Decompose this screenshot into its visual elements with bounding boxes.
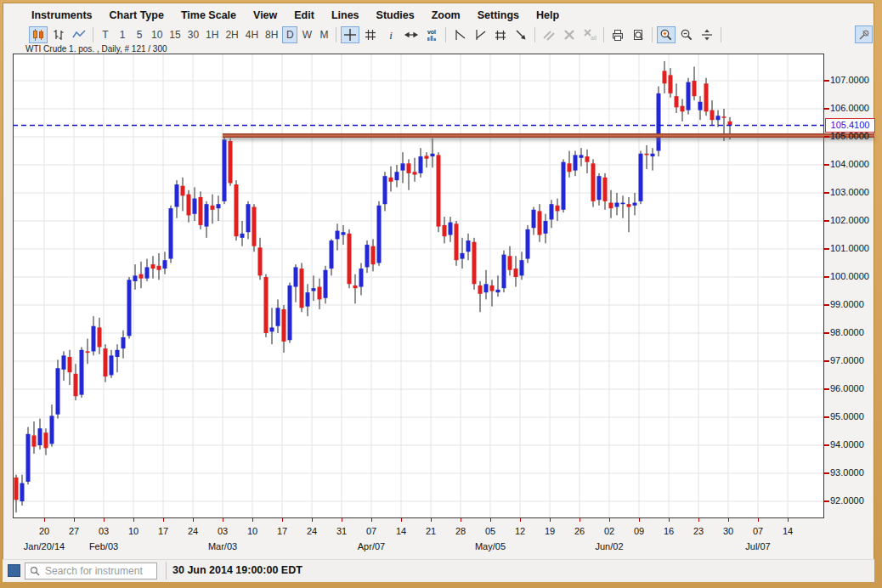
- x-axis-tick: [282, 518, 283, 522]
- candle-up: [20, 483, 25, 501]
- horizontal-scroll-button[interactable]: [402, 26, 421, 43]
- candle-down: [568, 163, 572, 172]
- y-axis-tick: [824, 472, 829, 474]
- timeframe-weekly-button[interactable]: W: [299, 26, 314, 43]
- x-axis-tick: [193, 518, 194, 522]
- candlestick-chart-button[interactable]: [29, 26, 48, 43]
- candlestick-icon: [31, 28, 45, 42]
- pin-panel-button[interactable]: [855, 25, 873, 43]
- timeframe-15-button[interactable]: 15: [167, 26, 183, 43]
- delete-line-button[interactable]: [560, 26, 579, 43]
- chart-plot-area[interactable]: [13, 54, 824, 518]
- candle-down: [591, 163, 596, 201]
- candle-up: [401, 163, 405, 170]
- candle-down: [722, 116, 727, 118]
- candle-down: [235, 184, 239, 236]
- candle-up: [383, 176, 387, 204]
- print-preview-button[interactable]: [629, 26, 647, 43]
- menu-settings[interactable]: Settings: [469, 6, 528, 25]
- timeframe-2h-button[interactable]: 2H: [223, 26, 240, 43]
- x-axis-tick: [698, 518, 699, 522]
- menu-view[interactable]: View: [245, 6, 286, 25]
- timeframe-30-button[interactable]: 30: [185, 26, 201, 43]
- fit-vertical-button[interactable]: [698, 26, 716, 43]
- info-button[interactable]: i: [382, 26, 400, 43]
- candle-down: [74, 374, 78, 396]
- menu-time-scale[interactable]: Time Scale: [172, 6, 245, 25]
- parallel-line-button[interactable]: [540, 26, 558, 43]
- candle-down: [104, 348, 108, 376]
- menu-studies[interactable]: Studies: [368, 6, 423, 25]
- search-box[interactable]: [25, 563, 157, 580]
- timeframe-tick-button[interactable]: T: [98, 26, 113, 43]
- grid-toggle-button[interactable]: [361, 26, 380, 43]
- x-axis-month-label: May/05: [460, 541, 521, 551]
- deleteline-icon: [563, 28, 576, 42]
- line-chart-button[interactable]: [70, 26, 88, 43]
- print-button[interactable]: [608, 26, 627, 43]
- x-axis-week-label: 12: [507, 526, 533, 536]
- x-axis-week-label: 19: [537, 526, 563, 536]
- volume-button[interactable]: vol: [422, 26, 441, 43]
- ohlc-icon: [52, 28, 65, 42]
- x-axis-tick: [550, 518, 551, 522]
- x-axis-tick: [104, 518, 105, 522]
- candle-down: [556, 206, 560, 212]
- candle-up: [365, 245, 370, 267]
- candle-down: [211, 206, 215, 210]
- candle-up: [127, 280, 132, 336]
- candlestick-chart[interactable]: [13, 54, 824, 518]
- timeframe-10-button[interactable]: 10: [149, 26, 165, 43]
- x-axis-week-label: 07: [745, 526, 771, 536]
- ohlc-bars-chart-button[interactable]: [49, 26, 68, 43]
- channel-tool-button[interactable]: [491, 26, 510, 43]
- candle-down: [609, 203, 613, 209]
- timeframe-1-button[interactable]: 1: [115, 26, 130, 43]
- timeframe-monthly-button[interactable]: M: [316, 26, 331, 43]
- instrument-color-swatch: [8, 564, 20, 577]
- zoom-in-button[interactable]: [657, 26, 676, 43]
- zoom-out-button[interactable]: [677, 26, 696, 43]
- svg-text:all: all: [591, 35, 596, 41]
- y-axis-tick: [824, 304, 829, 306]
- toolbar: T151015301H2H4H8HDWMivolall: [28, 25, 725, 44]
- y-axis-label: 98.0000: [830, 327, 864, 337]
- x-axis-tick: [401, 518, 402, 522]
- x-axis-tick: [312, 518, 313, 522]
- candle-up: [193, 199, 197, 214]
- candle-up: [526, 229, 530, 259]
- menu-edit[interactable]: Edit: [286, 6, 323, 25]
- toolbar-separator: [534, 27, 535, 42]
- x-axis-week-label: 24: [299, 526, 325, 536]
- candle-up: [294, 267, 298, 286]
- candle-down: [32, 435, 37, 446]
- timeframe-1h-button[interactable]: 1H: [203, 26, 221, 43]
- menu-help[interactable]: Help: [528, 6, 568, 25]
- semiline-tool-button[interactable]: [471, 26, 489, 43]
- candle-up: [597, 176, 602, 200]
- svg-text:vol: vol: [427, 29, 436, 35]
- timeframe-5-button[interactable]: 5: [132, 26, 147, 43]
- search-input[interactable]: [43, 564, 156, 578]
- deleteall-icon: all: [583, 28, 596, 42]
- delete-all-lines-button[interactable]: all: [580, 26, 599, 43]
- resistance-line[interactable]: [223, 133, 874, 138]
- trendline-tool-button[interactable]: [450, 26, 469, 43]
- candle-up: [56, 368, 60, 414]
- crosshair-button[interactable]: [341, 26, 359, 43]
- ray-tool-button[interactable]: [512, 26, 530, 43]
- menu-zoom[interactable]: Zoom: [423, 6, 469, 25]
- menu-chart-type[interactable]: Chart Type: [101, 6, 172, 25]
- y-axis-tick: [824, 444, 829, 446]
- menu-lines[interactable]: Lines: [323, 6, 368, 25]
- candle-up: [716, 116, 721, 120]
- menu-bar: InstrumentsChart TypeTime ScaleViewEditL…: [23, 6, 568, 25]
- timeframe-8h-button[interactable]: 8H: [263, 26, 280, 43]
- menu-instruments[interactable]: Instruments: [23, 6, 101, 25]
- timeframe-daily-button[interactable]: D: [282, 26, 297, 43]
- x-axis-week-label: 09: [626, 526, 652, 536]
- x-axis-week-label: 30: [715, 526, 741, 536]
- x-axis-week-label: 02: [596, 526, 622, 536]
- toolbar-separator: [603, 27, 604, 42]
- timeframe-4h-button[interactable]: 4H: [243, 26, 261, 43]
